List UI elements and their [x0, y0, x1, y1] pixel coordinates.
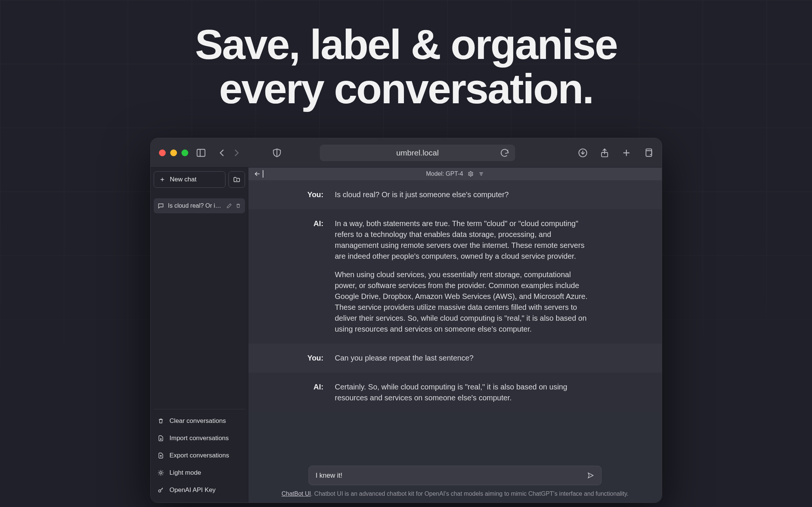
message-body: Can you please repeat the last sentence? [335, 353, 473, 364]
message-user: You:Is cloud real? Or is it just someone… [248, 180, 662, 209]
message-role: AI: [305, 218, 324, 335]
message-paragraph: Can you please repeat the last sentence? [335, 353, 473, 364]
message-paragraph: Is cloud real? Or is it just someone els… [335, 189, 509, 200]
svg-rect-0 [197, 149, 205, 156]
chat-panel: Model: GPT-4 You:Is cloud real? Or is it… [248, 167, 662, 502]
message-body: In a way, both statements are true. The … [335, 218, 590, 335]
back-icon[interactable] [217, 148, 227, 158]
chat-header: Model: GPT-4 [248, 167, 662, 180]
svg-point-21 [159, 490, 161, 492]
downloads-icon[interactable] [578, 148, 588, 158]
new-tab-icon[interactable] [621, 148, 632, 158]
hero-line-1: Save, label & organise [195, 21, 617, 68]
export-icon [157, 452, 164, 459]
footer-text: . Chatbot UI is an advanced chatbot kit … [311, 490, 628, 497]
svg-line-17 [159, 471, 159, 471]
message-role: AI: [305, 382, 324, 403]
svg-rect-7 [646, 151, 652, 156]
hero-heading: Save, label & organise every conversatio… [124, 23, 688, 111]
conversation-list: Is cloud real? Or is it j... [154, 198, 245, 213]
sun-icon [157, 469, 164, 476]
app-footer: ChatBot UI. Chatbot UI is an advanced ch… [248, 487, 662, 502]
export-conversations-button[interactable]: Export conversations [154, 447, 245, 464]
svg-line-18 [162, 474, 163, 475]
folder-plus-icon [233, 176, 240, 183]
svg-point-23 [470, 173, 471, 175]
message-role: You: [305, 353, 324, 364]
plus-icon [159, 177, 165, 183]
menu-icon[interactable] [478, 171, 484, 177]
import-conversations-button[interactable]: Import conversations [154, 430, 245, 447]
edit-icon[interactable] [226, 203, 232, 209]
tabs-icon[interactable] [643, 148, 653, 158]
export-label: Export conversations [169, 452, 229, 459]
traffic-lights [159, 149, 188, 156]
close-window-button[interactable] [159, 149, 166, 156]
collapse-sidebar-button[interactable] [254, 170, 263, 178]
browser-window: umbrel.local [150, 138, 662, 503]
url-text: umbrel.local [396, 148, 439, 157]
chat-app: New chat Is cloud real? Or is it j... [151, 167, 662, 502]
url-bar[interactable]: umbrel.local [320, 145, 515, 161]
api-key-label: OpenAI API Key [169, 486, 216, 494]
trash-icon [157, 418, 164, 424]
message-ai: AI:In a way, both statements are true. T… [248, 209, 662, 344]
message-paragraph: In a way, both statements are true. The … [335, 218, 590, 262]
minimize-window-button[interactable] [170, 149, 177, 156]
model-label: Model: GPT-4 [426, 171, 463, 177]
import-icon [157, 435, 164, 442]
message-body: Certainly. So, while cloud computing is … [335, 382, 590, 403]
browser-toolbar: umbrel.local [151, 138, 662, 167]
message-body: Is cloud real? Or is it just someone els… [335, 189, 509, 200]
share-icon[interactable] [599, 148, 610, 158]
key-icon [157, 487, 164, 493]
clear-conversations-button[interactable]: Clear conversations [154, 412, 245, 430]
maximize-window-button[interactable] [181, 149, 188, 156]
api-key-button[interactable]: OpenAI API Key [154, 481, 245, 499]
trash-icon[interactable] [235, 203, 241, 209]
light-mode-button[interactable]: Light mode [154, 464, 245, 481]
message-paragraph: When using cloud services, you essential… [335, 269, 590, 335]
message-paragraph: Certainly. So, while cloud computing is … [335, 382, 590, 403]
sidebar-footer: Clear conversations Import conversations… [154, 409, 245, 499]
import-label: Import conversations [169, 435, 229, 442]
svg-line-19 [159, 474, 159, 475]
divider [263, 170, 263, 178]
forward-icon[interactable] [231, 148, 242, 158]
clear-label: Clear conversations [169, 417, 226, 425]
svg-line-20 [162, 471, 163, 471]
hero-line-2: every conversation. [219, 65, 593, 112]
refresh-icon[interactable] [499, 148, 510, 158]
gear-icon[interactable] [467, 171, 473, 177]
new-folder-button[interactable] [228, 171, 245, 188]
footer-link[interactable]: ChatBot UI [281, 490, 311, 497]
send-icon[interactable] [587, 472, 594, 479]
message-role: You: [305, 189, 324, 200]
conversation-title: Is cloud real? Or is it j... [168, 202, 222, 209]
svg-point-12 [160, 472, 162, 474]
message-ai: AI:Certainly. So, while cloud computing … [248, 373, 662, 412]
message-user: You:Can you please repeat the last sente… [248, 344, 662, 373]
sidebar-toggle-icon[interactable] [196, 148, 206, 158]
message-list: You:Is cloud real? Or is it just someone… [248, 180, 662, 462]
shield-icon[interactable] [272, 148, 282, 158]
light-mode-label: Light mode [169, 469, 201, 477]
new-chat-button[interactable]: New chat [154, 171, 225, 188]
arrow-left-icon [254, 170, 261, 178]
chat-icon [157, 202, 164, 209]
composer-input[interactable] [316, 472, 587, 480]
composer[interactable] [308, 466, 602, 485]
sidebar: New chat Is cloud real? Or is it j... [151, 167, 248, 502]
conversation-item[interactable]: Is cloud real? Or is it j... [154, 198, 245, 213]
new-chat-label: New chat [170, 176, 197, 183]
